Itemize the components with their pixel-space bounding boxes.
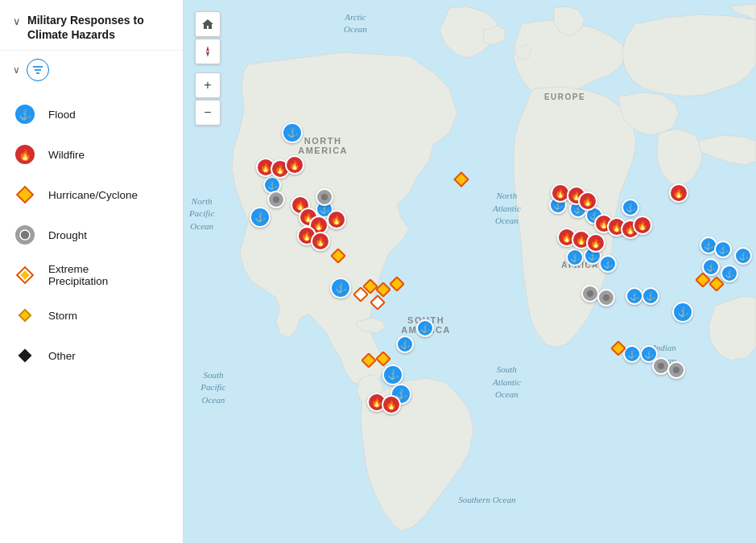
svg-rect-13 xyxy=(19,349,32,363)
legend-item-storm[interactable]: Storm xyxy=(0,295,183,335)
legend-filter-button[interactable] xyxy=(27,59,49,81)
collapse-chevron[interactable]: ∨ xyxy=(13,15,21,27)
hurricane-marker[interactable] xyxy=(696,273,710,290)
flood-marker[interactable]: ⚓ xyxy=(396,335,414,353)
svg-marker-16 xyxy=(206,51,209,57)
legend-item-other[interactable]: Other xyxy=(0,335,183,376)
flood-marker[interactable]: ⚓ xyxy=(623,345,641,363)
hurricane-marker[interactable] xyxy=(611,341,626,359)
flood-marker[interactable]: ⚓ xyxy=(282,122,303,143)
flood-legend-icon: ⚓ xyxy=(13,102,37,126)
legend-item-wildfire[interactable]: 🔥 Wildfire xyxy=(0,134,183,175)
svg-rect-26 xyxy=(710,278,724,291)
legend-chevron[interactable]: ∨ xyxy=(13,64,20,76)
flood-marker[interactable]: ⚓ xyxy=(672,302,693,323)
wildfire-marker[interactable]: 🔥 xyxy=(285,155,304,175)
flood-marker[interactable]: ⚓ xyxy=(250,207,271,228)
svg-rect-21 xyxy=(455,173,469,187)
drought-marker[interactable] xyxy=(597,289,615,306)
other-label: Other xyxy=(48,350,76,362)
flood-marker[interactable]: ⚓ xyxy=(599,255,617,273)
legend-items: ⚓ Flood 🔥 Wildfire Hurricane/Cyclone xyxy=(0,89,183,381)
flood-marker[interactable]: ⚓ xyxy=(416,319,434,337)
storm-label: Storm xyxy=(48,310,77,322)
svg-text:⚓: ⚓ xyxy=(19,108,32,121)
hurricane-legend-icon xyxy=(13,183,37,207)
hurricane-marker[interactable] xyxy=(361,353,376,371)
flood-marker[interactable]: ⚓ xyxy=(330,278,351,298)
zoom-in-button[interactable]: + xyxy=(195,72,221,98)
flood-marker[interactable]: ⚓ xyxy=(714,241,732,258)
wildfire-marker[interactable]: 🔥 xyxy=(633,216,652,235)
drought-legend-icon xyxy=(13,223,37,247)
svg-rect-27 xyxy=(354,288,368,302)
wildfire-legend-icon: 🔥 xyxy=(13,142,37,167)
svg-rect-23 xyxy=(377,352,390,366)
wildfire-marker[interactable]: 🔥 xyxy=(669,183,688,203)
svg-point-29 xyxy=(273,196,279,203)
wildfire-label: Wildfire xyxy=(48,149,85,161)
compass-button[interactable] xyxy=(195,39,221,64)
wildfire-marker[interactable]: 🔥 xyxy=(327,210,346,229)
other-legend-icon xyxy=(13,343,37,368)
extreme-precip-marker[interactable] xyxy=(370,295,385,313)
legend-controls: ∨ xyxy=(0,51,183,89)
hurricane-marker[interactable] xyxy=(331,249,345,266)
sidebar-title: Military Responses to Climate Hazards xyxy=(27,13,170,42)
hurricane-marker[interactable] xyxy=(453,171,469,191)
flood-marker[interactable]: ⚓ xyxy=(566,249,584,266)
storm-legend-icon xyxy=(13,303,37,327)
svg-rect-22 xyxy=(362,354,376,368)
extreme-precip-label: ExtremePrecipitation xyxy=(48,263,108,287)
drought-marker[interactable] xyxy=(316,188,333,206)
home-button[interactable] xyxy=(195,11,221,37)
hurricane-marker[interactable] xyxy=(390,277,404,294)
svg-point-9 xyxy=(20,230,30,240)
wildfire-marker[interactable]: 🔥 xyxy=(586,233,605,253)
wildfire-marker[interactable]: 🔥 xyxy=(382,395,401,414)
drought-marker[interactable] xyxy=(667,361,685,379)
hurricane-label: Hurricane/Cyclone xyxy=(48,189,138,201)
legend-item-extreme-precip[interactable]: ExtremePrecipitation xyxy=(0,255,183,295)
svg-rect-24 xyxy=(612,342,626,356)
sidebar: ∨ Military Responses to Climate Hazards … xyxy=(0,0,184,543)
svg-point-34 xyxy=(673,367,680,373)
flood-marker[interactable]: ⚓ xyxy=(622,199,639,216)
flood-marker[interactable]: ⚓ xyxy=(642,287,659,305)
svg-point-31 xyxy=(587,290,593,297)
wildfire-marker[interactable]: 🔥 xyxy=(578,191,597,211)
sidebar-header: ∨ Military Responses to Climate Hazards xyxy=(0,0,183,51)
svg-point-30 xyxy=(321,194,328,200)
zoom-out-button[interactable]: − xyxy=(195,100,221,125)
map-controls: + − xyxy=(195,11,221,125)
svg-point-32 xyxy=(603,294,609,301)
extreme-precip-legend-icon xyxy=(13,263,37,287)
svg-text:🔥: 🔥 xyxy=(19,148,32,162)
svg-rect-28 xyxy=(371,296,385,310)
legend-item-drought[interactable]: Drought xyxy=(0,215,183,255)
map-container[interactable]: Arctic Ocean North Pacific Ocean South P… xyxy=(184,0,756,543)
hurricane-marker[interactable] xyxy=(376,352,390,369)
legend-item-flood[interactable]: ⚓ Flood xyxy=(0,94,183,134)
svg-rect-19 xyxy=(377,283,390,297)
wildfire-marker[interactable]: 🔥 xyxy=(311,232,330,251)
svg-rect-17 xyxy=(332,249,345,263)
flood-marker[interactable]: ⚓ xyxy=(626,287,643,305)
legend-item-hurricane[interactable]: Hurricane/Cyclone xyxy=(0,175,183,215)
svg-point-33 xyxy=(658,363,664,369)
flood-label: Flood xyxy=(48,109,76,121)
extreme-precip-marker[interactable] xyxy=(353,287,368,305)
svg-rect-20 xyxy=(390,278,404,291)
flood-marker[interactable]: ⚓ xyxy=(734,247,752,265)
svg-rect-25 xyxy=(696,274,710,287)
drought-marker[interactable] xyxy=(581,285,599,302)
hurricane-marker[interactable] xyxy=(709,277,724,294)
drought-marker[interactable] xyxy=(267,191,285,208)
svg-rect-7 xyxy=(17,187,33,203)
drought-label: Drought xyxy=(48,229,87,241)
svg-rect-12 xyxy=(19,310,31,321)
svg-marker-15 xyxy=(206,46,209,51)
